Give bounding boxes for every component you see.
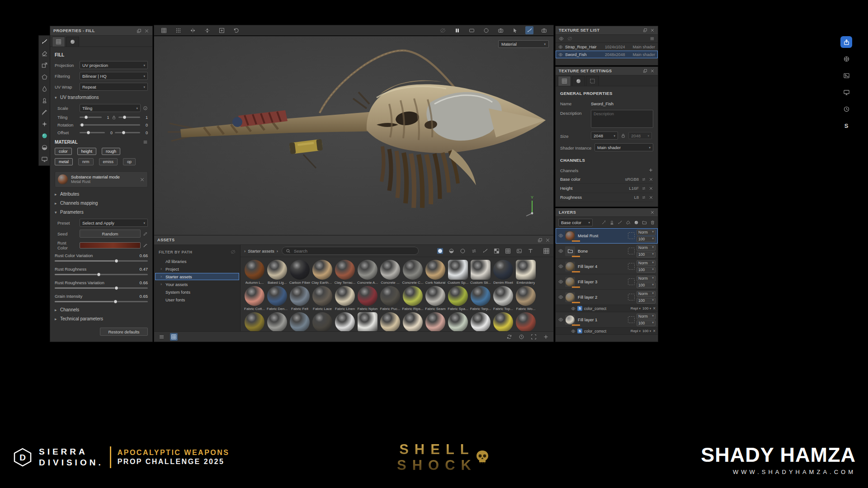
add-paint-layer-icon[interactable] — [618, 220, 623, 225]
filter-smart-materials-icon[interactable] — [448, 247, 455, 254]
render-icon[interactable] — [840, 53, 852, 65]
viewport-3d[interactable]: Material▾ Y — [154, 36, 554, 235]
render-camera-icon[interactable] — [496, 26, 505, 34]
layer-mask-placeholder[interactable] — [628, 232, 635, 239]
add-fill-layer-icon[interactable] — [626, 220, 631, 225]
filter-filters-icon[interactable] — [470, 247, 477, 254]
add-folder-icon[interactable] — [642, 220, 647, 225]
effect-opacity-dropdown[interactable]: 100 ▾ — [642, 329, 651, 333]
asset-tile[interactable]: Clay Earthe... — [311, 260, 334, 286]
texture-set-row[interactable]: Strap_Rope_Hair 1024x1024 Main shader — [556, 43, 658, 51]
filter-materials-icon[interactable] — [436, 247, 443, 254]
filter-alphas-icon[interactable] — [493, 247, 500, 254]
close-panel-icon[interactable] — [650, 28, 655, 33]
eraser-tool-icon[interactable] — [41, 50, 48, 57]
material-menu-icon[interactable] — [143, 140, 148, 145]
hide-ui-icon[interactable] — [439, 26, 447, 34]
asset-tile[interactable]: Baked Lig... — [266, 260, 288, 286]
channel-chip[interactable]: op — [123, 158, 136, 165]
asset-tile[interactable]: Fabric Rips... — [401, 286, 424, 312]
layer-blend-dropdown[interactable]: Norm▾ — [637, 291, 656, 297]
tab-channels[interactable] — [572, 76, 585, 86]
size-dropdown[interactable]: 2048▾ — [591, 131, 618, 140]
layer-visibility-icon[interactable] — [558, 233, 563, 238]
parameters-group[interactable]: ▾Parameters — [55, 210, 148, 215]
grid-view-icon[interactable] — [543, 248, 550, 254]
refresh-assets-icon[interactable] — [505, 333, 513, 341]
float-panel-icon[interactable] — [643, 28, 647, 33]
channel-remove-icon[interactable] — [649, 186, 653, 191]
channel-format-dropdown[interactable]: L8 — [621, 195, 639, 200]
float-panel-icon[interactable] — [137, 28, 142, 33]
effect-blend-dropdown[interactable]: Repl ▾ — [631, 306, 641, 310]
lock-icon[interactable] — [112, 115, 116, 120]
material-mode-box[interactable]: Substance material mode Metal Rust — [55, 171, 148, 188]
close-panel-icon[interactable] — [650, 210, 655, 215]
layer-blend-dropdown[interactable]: Norm▾ — [637, 230, 656, 235]
layer-mask-placeholder[interactable] — [628, 316, 635, 323]
channel-chip[interactable]: color — [55, 148, 72, 155]
layer-row[interactable]: Fill layer 3Norm▾100▾ — [556, 274, 658, 290]
tiling-y-slider[interactable] — [118, 117, 141, 118]
asset-tile[interactable]: Embroidery — [514, 260, 537, 286]
description-field[interactable] — [591, 110, 653, 128]
channel-format-dropdown[interactable]: sRGB8 — [621, 177, 639, 182]
asset-tile[interactable]: Fabric Spa... — [447, 286, 469, 312]
channel-remove-icon[interactable] — [649, 177, 653, 182]
layer-folder-row[interactable]: BoneNorm▾100▾ — [556, 244, 658, 259]
add-anchor-icon[interactable] — [609, 220, 614, 225]
layer-blend-dropdown[interactable]: Norm▾ — [637, 245, 656, 251]
asset-tile[interactable]: Clay Terrac... — [334, 260, 356, 286]
add-asset-icon[interactable] — [542, 333, 550, 341]
offset-y-slider[interactable] — [115, 132, 140, 133]
layer-visibility-icon[interactable] — [558, 279, 563, 284]
layer-opacity-dropdown[interactable]: 100▾ — [637, 298, 656, 304]
share-button[interactable] — [840, 36, 852, 48]
asset-tile[interactable]: Custom Sp... — [447, 260, 469, 286]
export-textures-icon[interactable] — [840, 70, 852, 81]
snapshot-icon[interactable] — [540, 26, 548, 34]
assets-nav-item[interactable]: › Project — [155, 265, 239, 272]
asset-tile[interactable]: Concrete C... — [401, 260, 424, 286]
reset-rotation-icon[interactable] — [232, 26, 240, 34]
projection-tool-icon[interactable] — [41, 61, 48, 69]
asset-tile[interactable]: Fabric Wo... — [514, 286, 537, 312]
assets-breadcrumb[interactable]: ›Starter assets› — [244, 249, 278, 253]
asset-tile[interactable]: Fabric Nylon — [356, 286, 379, 312]
solo-icon[interactable] — [567, 36, 572, 41]
particles-tool-icon[interactable] — [41, 120, 48, 128]
rotation-slider[interactable] — [80, 124, 140, 126]
channels-group[interactable]: ▸Channels — [55, 307, 148, 312]
tab-material-properties[interactable] — [66, 37, 79, 47]
channel-convert-icon[interactable] — [642, 186, 646, 191]
add-effect-icon[interactable] — [601, 220, 606, 225]
effect-remove-icon[interactable]: × — [653, 329, 656, 333]
channel-format-dropdown[interactable]: L16F — [621, 186, 639, 191]
projection-dropdown[interactable]: UV projection▾ — [80, 61, 148, 69]
channels-mapping-group[interactable]: ▸Channels mapping — [55, 201, 148, 206]
paint-tool-icon[interactable] — [41, 38, 48, 46]
rust-color-swatch[interactable] — [80, 242, 141, 249]
quick-mask-tool-icon[interactable] — [41, 144, 48, 151]
asset-tile[interactable]: Fabric Felt — [288, 286, 311, 312]
viewport-material-dropdown[interactable]: Material▾ — [498, 40, 549, 48]
effect-opacity-dropdown[interactable]: 100 ▾ — [642, 306, 651, 310]
add-channel-icon[interactable] — [648, 168, 653, 173]
tab-general[interactable] — [558, 76, 571, 86]
offset-x-slider[interactable] — [80, 132, 105, 133]
symmetry-x-icon[interactable] — [189, 26, 197, 34]
layer-blend-dropdown[interactable]: Norm▾ — [637, 276, 656, 282]
close-panel-icon[interactable] — [144, 28, 149, 33]
channel-convert-icon[interactable] — [642, 195, 646, 200]
layer-visibility-icon[interactable] — [558, 264, 563, 269]
size-lock-icon[interactable] — [621, 133, 626, 138]
layer-row[interactable]: Fill layer 4Norm▾100▾ — [556, 259, 658, 274]
parameter-slider[interactable] — [55, 260, 148, 262]
visibility-eye-icon[interactable] — [558, 45, 563, 49]
channel-remove-icon[interactable] — [649, 195, 653, 200]
layer-mask-placeholder[interactable] — [628, 263, 635, 270]
close-panel-icon[interactable] — [650, 69, 655, 73]
layer-visibility-icon[interactable] — [558, 249, 563, 253]
effect-visibility-icon[interactable] — [571, 306, 576, 311]
show-all-icon[interactable] — [559, 36, 564, 41]
